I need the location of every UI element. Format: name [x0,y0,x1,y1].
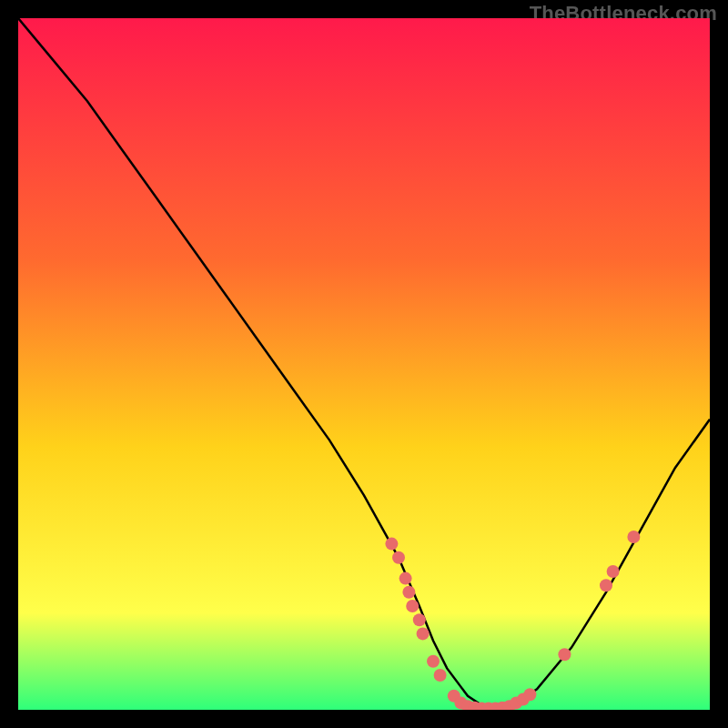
curve-marker [427,655,440,668]
curve-marker [607,565,620,578]
curve-marker [558,648,571,661]
curve-marker [417,627,430,640]
curve-marker [406,600,419,612]
chart-container [18,18,710,710]
curve-marker [392,551,405,564]
gradient-background [18,18,710,710]
bottleneck-chart [18,18,710,710]
curve-marker [627,531,640,543]
curve-marker [385,538,398,551]
curve-marker [523,688,536,701]
curve-marker [402,586,415,599]
curve-marker [399,572,412,585]
curve-marker [434,669,447,682]
curve-marker [600,579,612,592]
curve-marker [413,613,426,626]
